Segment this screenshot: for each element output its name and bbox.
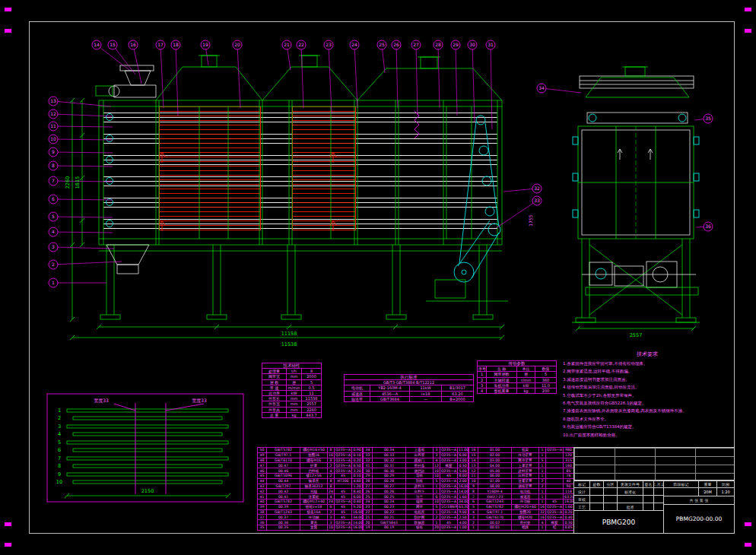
callout-leader [456, 45, 457, 116]
callout-leader [53, 114, 113, 116]
part-callout-number: 29 [453, 42, 459, 47]
bom-row: 4400.44 轴承座8 HT2004.60 [258, 478, 363, 484]
bom-row: 20GB/T5843 联轴器1 454.00 [364, 520, 469, 525]
parts-list: 50GB/T5782 螺栓M16×508 Q235—A0.90 49GB/T97… [257, 447, 574, 530]
dimension-label: 4 [58, 431, 61, 437]
dimension-label: 2557 [630, 332, 643, 338]
note-item: 3.减速器按说明书要求加注润滑油。 [563, 376, 732, 383]
table-row: 总功率kW11 [262, 391, 322, 396]
part-callout-number: 9 [52, 149, 55, 154]
bom-row: 4200.42 托辊24 458.40 [258, 489, 363, 494]
dimension-label: 2150 [141, 488, 154, 494]
bom-row: 2800.28 刮板5 Q235—A2.00 [364, 478, 469, 484]
table-row: 4整机重量 kg200 [478, 388, 557, 394]
bom-row: 3700.37 传动轴3 4534.00 [258, 515, 363, 520]
part-callout-number: 35 [705, 116, 711, 121]
standards-title: 执行标准 [345, 375, 474, 380]
bom-row: 43GB/T297 轴承302128 1.20 [258, 484, 363, 489]
table-row: 处理量t/h8 [262, 369, 322, 374]
part-callout-number: 13 [50, 98, 56, 103]
table-row: 2主轴转速 r/min360 [478, 377, 557, 382]
bom-row: 2700.27 进料斗1 Q235—A16.00 [364, 484, 469, 489]
table-row: 层 数层5 [262, 379, 322, 385]
note-item: 7.涂漆前表面应除锈,外表面喷灰色漆两遍,内表面及不锈钢件不涂。 [563, 407, 732, 414]
revision-grid [573, 447, 735, 480]
dimension-label: 3 [58, 423, 61, 430]
part-callout-number: 21 [284, 42, 290, 47]
note-item: 9.包装运输应符合GB/T13384的规定。 [563, 423, 732, 430]
part-callout-number: 34 [538, 85, 545, 90]
table-row: 总 重kg443.7 [262, 412, 322, 417]
bom-row: 7XWD7-23 减速器1 63.20 [469, 494, 574, 500]
part-callout-number: 36 [705, 224, 711, 229]
table-row: 外形高mm2260 [262, 407, 322, 412]
callout-leader [53, 139, 113, 140]
dimension-label: 9 [58, 471, 61, 477]
parts-list-group-3: 1601.00 机架1 Q235—A980 1502.00 传动装置1 120 … [469, 447, 574, 531]
bom-row: 2100.21 防护网2 Q235—A2.50 [364, 515, 469, 520]
part-callout-number: 27 [413, 42, 419, 47]
part-callout-number: 20 [234, 42, 240, 47]
part-callout-number: 22 [298, 42, 304, 47]
bom-row: 1601.00 机架1 Q235—A980 [469, 448, 574, 453]
standards-table: 执行标准 GB/T3·GB/T3884·B/T12212 电动机YB2-160M… [344, 374, 474, 402]
model-name: PBMG200 [573, 510, 664, 534]
drawing-number: PBMG200-00.00 [663, 504, 735, 534]
bom-row: 5GB/T5782 螺栓M20×6016 Q235—A1.60 [469, 504, 574, 509]
dimension-label: 7 [58, 455, 61, 461]
note-item: 5.空载试车不少于2h,各部无异常噪声。 [563, 392, 732, 399]
bom-row: 1502.00 传动装置1 120 [469, 452, 574, 458]
bom-row: 8Y160M-4 电动机1 118 [469, 489, 574, 494]
part-callout-number: 8 [52, 163, 55, 168]
dimension-label: 1 [58, 408, 61, 414]
bom-row: 3GB/T6170 螺母M2016 Q235—A0.40 [469, 515, 574, 520]
callout-leader [53, 166, 113, 166]
table-row: 外形宽mm2557 [262, 401, 322, 407]
bom-row: 4GB/T97.1 垫圈2032 Q235—A0.20 [469, 509, 574, 515]
dimension-label: 宽度33 [192, 398, 207, 404]
bom-row: 200.02 密封垫4 橡胶0.30 [469, 520, 574, 525]
callout-leader [53, 101, 111, 106]
spec-table: 技术特性 处理量t/h8 网带宽mm2000 层 数层5 带 速m/min0.5… [262, 363, 322, 418]
callout-leader [53, 262, 122, 265]
bom-row: 49GB/T97.1 垫圈1616 Q235—A0.10 [258, 452, 363, 458]
callout-leader [329, 45, 332, 114]
bom-row: 48GB/T6170 螺母M168 Q235—A0.20 [258, 458, 363, 463]
part-callout-number: 18 [173, 42, 179, 47]
part-callout-number: 23 [326, 42, 332, 47]
part-callout-number: 10 [50, 136, 56, 141]
part-callout-number: 14 [94, 42, 100, 47]
bom-row: 1007.00 张紧装置2 40 [469, 478, 574, 484]
callout-leader [160, 45, 164, 108]
bom-row: 6GB/T1243 传动链1 4516.00 [469, 499, 574, 504]
note-item: 10.出厂前按本图样检验合格。 [563, 431, 732, 439]
part-callout-number: 1 [52, 280, 55, 285]
bom-row: 1403.00 网带装置5 315 [469, 458, 574, 463]
callout-leader [396, 45, 398, 108]
bom-row: 50GB/T5782 螺栓M16×508 Q235—A0.90 [258, 448, 363, 453]
bom-row: 2600.26 出料斗1 Q235—A14.00 [364, 489, 469, 494]
callout-leader [301, 45, 303, 108]
parts-list-group-2: 3400.34 上盖板3 Q235—A11.00 3300.33 出风管3 Q2… [363, 447, 469, 531]
part-callout-number: 30 [469, 42, 475, 47]
dimension-label: 1815 [75, 176, 81, 189]
table-row: 带 速m/min0.5 [262, 385, 322, 390]
bom-row: 2200.22 电机座1 Q235—A9.00 [364, 509, 469, 515]
dimension-label: 1755 [528, 214, 533, 226]
callout-leader [176, 45, 178, 116]
notes-title: 技术要求 [563, 351, 732, 358]
table-row: 网带宽mm2000 [262, 374, 322, 379]
part-callout-number: 12 [50, 111, 56, 116]
callout-leader [53, 217, 113, 217]
bom-row: 2500.25 法兰6 Q235—A1.60 [364, 494, 469, 500]
callout-leader [237, 45, 240, 108]
bom-row: 4700.47 护罩2 Q235—A6.50 [258, 463, 363, 468]
note-item: 6.电气安装及接线应符合GB5226.1的规定。 [563, 399, 732, 407]
part-callout-number: 5 [52, 214, 55, 219]
bom-row: 2400.24 辊筒10 Q235—A34.00 [364, 499, 469, 504]
part-callout-number: 3 [52, 244, 55, 249]
callout-leader [542, 88, 581, 93]
bom-row: 3600.36 罩壳3 Q235—A14.00 [258, 520, 363, 525]
bom-row: 908.00 侧板装置2 90 [469, 484, 574, 489]
bom-row: 38GB/T1243 链条16A2 4516.00 [258, 509, 363, 515]
